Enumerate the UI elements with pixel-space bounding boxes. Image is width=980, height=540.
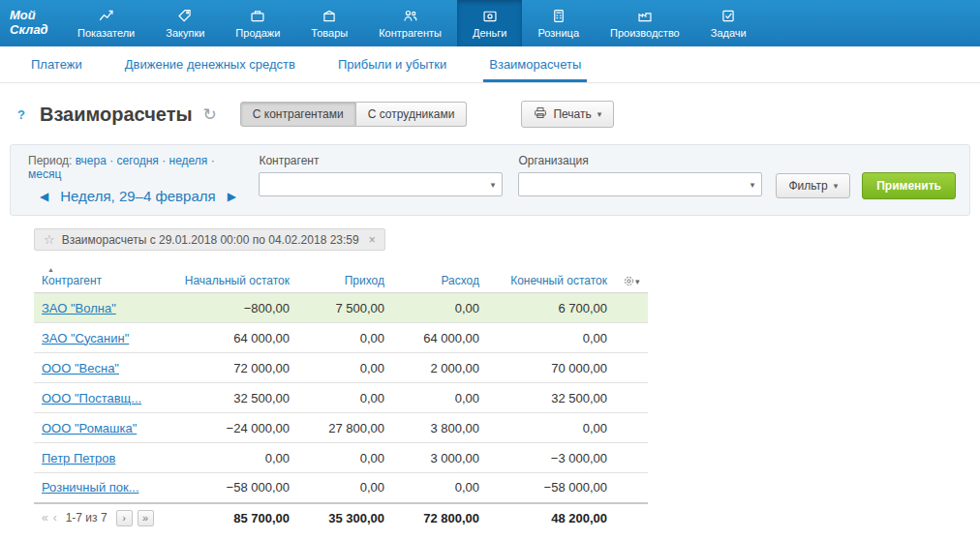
pagination-text: 1-7 из 7 (66, 511, 107, 525)
close-icon[interactable]: × (369, 233, 376, 247)
chevron-down-icon: ▾ (635, 277, 640, 286)
box-icon (320, 8, 339, 24)
nav-label: Товары (311, 27, 348, 39)
tab-cash-flow[interactable]: Движение денежных средств (104, 46, 317, 82)
total-expense: 72 800,00 (392, 503, 487, 532)
logo-line-2: Склад (10, 23, 62, 38)
tab-settlements[interactable]: Взаиморасчеты (468, 46, 602, 82)
organization-select[interactable]: ▾ (518, 172, 762, 196)
period-prev-icon[interactable]: ◀ (40, 190, 48, 203)
chart-icon (97, 8, 116, 24)
period-label: Период: (28, 154, 72, 167)
price-tag-icon (175, 8, 195, 24)
chevron-down-icon: ▾ (750, 180, 755, 190)
nav-item-retail[interactable]: Розница (522, 0, 595, 46)
people-icon (401, 8, 420, 24)
saved-filter-text: Взаиморасчеты с 29.01.2018 00:00 по 04.0… (62, 233, 359, 247)
table-row[interactable]: ООО "Ромашка" −24 000,00 27 800,00 3 800… (34, 413, 648, 443)
settlements-table: ▲ Контрагент Начальный остаток Приход Ра… (34, 266, 980, 532)
filter-button[interactable]: Фильтр ▾ (776, 173, 850, 198)
money-box-icon (480, 8, 500, 24)
period-link-today[interactable]: сегодня (107, 154, 159, 167)
totals-row: « ‹ 1-7 из 7 › » 85 700,00 35 300,00 72 … (34, 503, 648, 532)
counterparty-link[interactable]: ЗАО "Волна" (42, 301, 116, 315)
counterparty-link[interactable]: Розничный пок... (42, 480, 139, 495)
chevron-down-icon: ▾ (491, 180, 496, 190)
counterparty-label: Контрагент (259, 154, 503, 167)
counterparty-select[interactable]: ▾ (259, 172, 503, 196)
column-settings-button[interactable]: ▾ (615, 266, 648, 293)
top-nav: Мой Склад Показатели Закупки Продажи Тов… (0, 0, 980, 46)
nav-item-sales[interactable]: Продажи (220, 0, 295, 46)
column-header-income[interactable]: Приход (297, 266, 392, 293)
period-block: Период: вчерасегоднянеделямесяц ◀ Неделя… (28, 154, 243, 204)
table-row[interactable]: ЗАО "Волна" −800,00 7 500,00 0,00 6 700,… (34, 293, 648, 323)
tab-payments[interactable]: Платежи (10, 46, 104, 82)
counterparty-link[interactable]: ООО "Поставщ... (42, 391, 141, 405)
prev-page-icon[interactable]: ‹ (53, 511, 57, 525)
filter-panel: Период: вчерасегоднянеделямесяц ◀ Неделя… (10, 144, 970, 216)
nav-label: Продажи (235, 27, 280, 39)
nav-label: Показатели (77, 27, 135, 39)
print-button[interactable]: Печать ▾ (521, 101, 614, 128)
nav-item-counterparties[interactable]: Контрагенты (363, 0, 457, 46)
organization-label: Организация (518, 154, 762, 167)
chevron-down-icon: ▾ (834, 181, 839, 191)
counterparty-link[interactable]: ЗАО "Сусанин" (42, 331, 129, 345)
nav-label: Контрагенты (379, 27, 442, 39)
printer-icon (534, 106, 547, 122)
nav-item-tasks[interactable]: Задачи (695, 0, 762, 46)
table-row[interactable]: ЗАО "Сусанин" 64 000,00 0,00 64 000,00 0… (34, 323, 648, 353)
briefcase-icon (248, 8, 267, 24)
nav-label: Розница (537, 27, 579, 39)
total-start-balance: 85 700,00 (171, 503, 297, 532)
table-row[interactable]: Петр Петров 0,00 0,00 3 000,00 −3 000,00 (34, 443, 648, 473)
toggle-counterparties-button[interactable]: С контрагентами (240, 102, 356, 127)
table-row[interactable]: ООО "Поставщ... 32 500,00 0,00 0,00 32 5… (34, 383, 648, 413)
last-page-button[interactable]: » (138, 510, 154, 526)
nav-label: Производство (610, 27, 680, 39)
column-header-counterparty[interactable]: ▲ Контрагент (34, 266, 171, 293)
column-header-expense[interactable]: Расход (392, 266, 487, 293)
logo-line-1: Мой (10, 9, 62, 23)
first-page-icon[interactable]: « (42, 511, 48, 525)
toggle-employees-button[interactable]: С сотрудниками (356, 102, 468, 127)
table-header-row: ▲ Контрагент Начальный остаток Приход Ра… (34, 266, 648, 293)
nav-item-goods[interactable]: Товары (295, 0, 363, 46)
app-logo[interactable]: Мой Склад (0, 0, 62, 46)
apply-button[interactable]: Применить (862, 172, 956, 199)
counterparty-link[interactable]: Петр Петров (42, 451, 115, 465)
nav-item-production[interactable]: Производство (595, 0, 695, 46)
counterparty-link[interactable]: ООО "Весна" (42, 361, 119, 375)
help-icon[interactable]: ? (17, 107, 25, 122)
table-row[interactable]: Розничный пок... −58 000,00 0,00 0,00 −5… (34, 473, 648, 503)
saved-filter-tag: ☆ Взаиморасчеты с 29.01.2018 00:00 по 04… (34, 228, 385, 251)
nav-item-money[interactable]: Деньги (457, 0, 523, 46)
next-page-button[interactable]: › (116, 510, 133, 526)
counterparty-link[interactable]: ООО "Ромашка" (42, 421, 137, 435)
pagination: « ‹ 1-7 из 7 › » (42, 510, 164, 526)
tab-profit-loss[interactable]: Прибыли и убытки (317, 46, 468, 82)
nav-label: Деньги (473, 27, 507, 39)
period-next-icon[interactable]: ▶ (228, 190, 236, 203)
column-header-end-balance[interactable]: Конечный остаток (487, 266, 615, 293)
column-header-start-balance[interactable]: Начальный остаток (171, 266, 297, 293)
mode-toggle: С контрагентами С сотрудниками (240, 102, 468, 127)
checkbox-check-icon (719, 8, 738, 24)
money-subnav: Платежи Движение денежных средств Прибыл… (0, 46, 980, 83)
factory-icon (635, 8, 655, 24)
period-link-yesterday[interactable]: вчера (76, 154, 107, 167)
counterparty-field: Контрагент ▾ (259, 154, 503, 196)
refresh-icon[interactable]: ↻ (203, 105, 217, 125)
total-end-balance: 48 200,00 (487, 503, 615, 532)
sort-asc-icon: ▲ (42, 266, 164, 274)
table-row[interactable]: ООО "Весна" 72 000,00 0,00 2 000,00 70 0… (34, 353, 648, 383)
cash-register-icon (549, 8, 568, 24)
star-icon[interactable]: ☆ (44, 232, 55, 247)
nav-item-indicators[interactable]: Показатели (62, 0, 150, 46)
nav-item-purchases[interactable]: Закупки (150, 0, 220, 46)
period-link-week[interactable]: неделя (159, 154, 208, 167)
organization-field: Организация ▾ (518, 154, 762, 196)
period-value[interactable]: Неделя, 29–4 февраля (60, 188, 215, 204)
nav-label: Закупки (166, 27, 204, 39)
